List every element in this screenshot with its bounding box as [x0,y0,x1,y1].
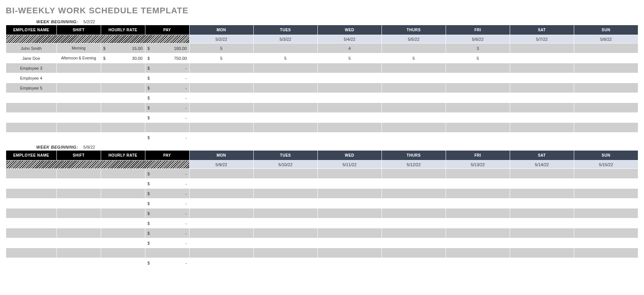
shift-cell[interactable] [56,103,101,113]
hours-cell[interactable] [317,63,382,73]
hours-cell[interactable] [510,93,574,103]
hours-cell[interactable] [253,113,317,123]
hours-cell[interactable] [382,208,446,218]
date-cell[interactable]: 5/2/22 [189,35,253,43]
employee-name-cell[interactable] [6,113,57,123]
hours-cell[interactable] [574,189,638,199]
shift-cell[interactable] [56,93,101,103]
employee-name-cell[interactable] [6,133,57,143]
date-cell[interactable]: 5/15/22 [574,160,638,169]
hourly-rate-cell[interactable] [101,199,145,208]
date-cell[interactable]: 5/6/22 [446,35,510,43]
hours-cell[interactable] [253,218,317,228]
hours-cell[interactable] [510,218,574,228]
shift-cell[interactable] [56,73,101,83]
employee-name-cell[interactable] [6,199,57,208]
hours-cell[interactable] [574,199,638,208]
hours-cell[interactable] [446,93,510,103]
hours-cell[interactable] [510,133,574,143]
hours-cell[interactable] [317,258,382,268]
hours-cell[interactable]: 5 [317,53,382,63]
hours-cell[interactable] [253,103,317,113]
hours-cell[interactable] [382,179,446,189]
employee-name-cell[interactable] [6,258,57,268]
hours-cell[interactable] [574,123,638,133]
hours-cell[interactable] [189,218,253,228]
hours-cell[interactable]: 4 [317,43,382,53]
hours-cell[interactable] [189,228,253,238]
hours-cell[interactable] [253,43,317,53]
hours-cell[interactable] [382,248,446,258]
shift-cell[interactable] [56,258,101,268]
shift-cell[interactable] [56,238,101,248]
hourly-rate-cell[interactable] [101,179,145,189]
hours-cell[interactable] [317,218,382,228]
hourly-rate-cell[interactable] [101,248,145,258]
hours-cell[interactable] [189,169,253,179]
shift-cell[interactable]: Morning [56,43,101,53]
hours-cell[interactable] [317,199,382,208]
shift-cell[interactable] [56,179,101,189]
hours-cell[interactable] [510,238,574,248]
hours-cell[interactable] [317,189,382,199]
hours-cell[interactable] [382,258,446,268]
hours-cell[interactable] [253,133,317,143]
hours-cell[interactable] [446,199,510,208]
date-cell[interactable]: 5/7/22 [510,35,574,43]
hours-cell[interactable] [574,103,638,113]
hours-cell[interactable] [510,103,574,113]
employee-name-cell[interactable] [6,103,57,113]
hours-cell[interactable] [253,238,317,248]
date-cell[interactable]: 5/9/22 [189,160,253,169]
hours-cell[interactable] [317,93,382,103]
hours-cell[interactable] [574,83,638,93]
employee-name-cell[interactable] [6,208,57,218]
hours-cell[interactable] [189,258,253,268]
hours-cell[interactable] [317,103,382,113]
hours-cell[interactable]: 5 [189,53,253,63]
hours-cell[interactable] [574,133,638,143]
hourly-rate-cell[interactable] [101,208,145,218]
hours-cell[interactable] [189,123,253,133]
hours-cell[interactable] [189,83,253,93]
hours-cell[interactable] [574,113,638,123]
date-cell[interactable]: 5/14/22 [510,160,574,169]
hours-cell[interactable] [510,63,574,73]
hours-cell[interactable] [446,113,510,123]
shift-cell[interactable] [56,123,101,133]
hours-cell[interactable] [189,73,253,83]
hours-cell[interactable] [574,53,638,63]
hours-cell[interactable] [253,208,317,218]
hours-cell[interactable] [510,53,574,63]
hours-cell[interactable] [574,228,638,238]
hours-cell[interactable] [574,208,638,218]
hours-cell[interactable] [189,179,253,189]
hours-cell[interactable] [382,189,446,199]
hours-cell[interactable] [510,123,574,133]
hours-cell[interactable] [510,179,574,189]
hours-cell[interactable] [317,133,382,143]
hours-cell[interactable] [446,179,510,189]
hourly-rate-cell[interactable] [101,258,145,268]
hours-cell[interactable]: 5 [446,53,510,63]
hours-cell[interactable] [382,169,446,179]
hours-cell[interactable]: 5 [189,43,253,53]
hourly-rate-cell[interactable] [101,63,145,73]
shift-cell[interactable]: Afternoon & Evening [56,53,101,63]
hours-cell[interactable] [189,93,253,103]
hours-cell[interactable] [446,208,510,218]
hours-cell[interactable] [189,103,253,113]
shift-cell[interactable] [56,199,101,208]
hours-cell[interactable] [382,238,446,248]
hours-cell[interactable] [446,63,510,73]
hours-cell[interactable] [510,83,574,93]
hours-cell[interactable] [382,123,446,133]
hourly-rate-cell[interactable] [101,218,145,228]
employee-name-cell[interactable] [6,218,57,228]
hours-cell[interactable] [253,93,317,103]
hours-cell[interactable] [510,73,574,83]
hours-cell[interactable] [253,248,317,258]
shift-cell[interactable] [56,133,101,143]
hours-cell[interactable] [253,63,317,73]
hours-cell[interactable] [382,133,446,143]
